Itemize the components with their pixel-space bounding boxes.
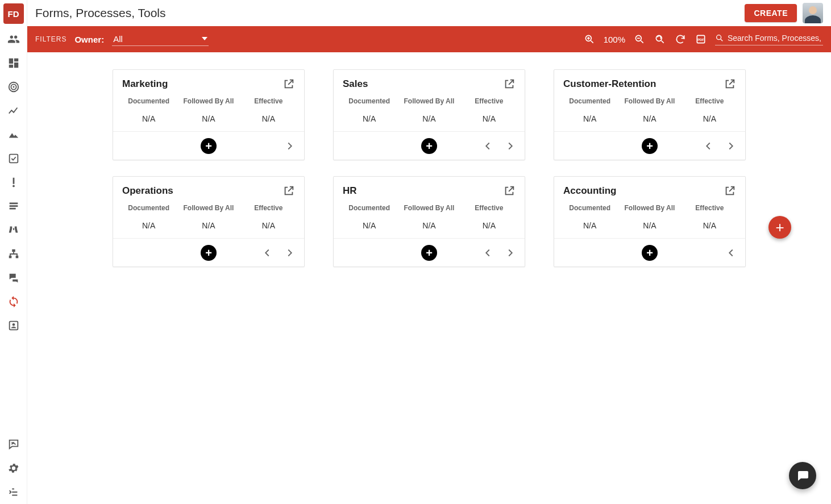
arrow-right-icon: [284, 140, 296, 152]
open-card-button[interactable]: [282, 78, 295, 90]
card-prev-button[interactable]: [481, 140, 494, 152]
mountain-icon: [7, 128, 20, 141]
user-avatar[interactable]: [803, 3, 823, 23]
rail-item-mountain[interactable]: [3, 124, 24, 145]
card-title: Operations: [122, 185, 173, 197]
card-metrics: DocumentedN/AFollowed By AllN/AEffective…: [334, 204, 525, 238]
card: Customer-RetentionDocumentedN/AFollowed …: [554, 69, 746, 160]
rail-item-people[interactable]: [3, 29, 24, 49]
card-title: Marketing: [122, 78, 168, 90]
chat-launcher[interactable]: [789, 462, 816, 489]
rail-item-sync[interactable]: [3, 291, 24, 312]
zoom-in-button[interactable]: [583, 33, 596, 45]
metric-value-followed: N/A: [178, 221, 238, 230]
zoom-out-button[interactable]: [633, 33, 646, 45]
page-title: Forms, Processes, Tools: [35, 6, 166, 20]
metric-value-documented: N/A: [119, 114, 178, 123]
rail-item-contacts[interactable]: [3, 315, 24, 336]
rail-item-orgchart[interactable]: [3, 244, 24, 264]
open-card-button[interactable]: [724, 185, 736, 197]
card: OperationsDocumentedN/AFollowed By AllN/…: [113, 176, 305, 267]
app-logo[interactable]: FD: [3, 3, 24, 24]
metric-value-documented: N/A: [560, 114, 620, 123]
search-field[interactable]: [715, 33, 823, 45]
refresh-button[interactable]: [674, 33, 687, 45]
create-button[interactable]: CREATE: [745, 4, 797, 22]
card-title: HR: [343, 185, 357, 197]
search-input[interactable]: [728, 34, 823, 43]
open-card-button[interactable]: [724, 78, 736, 90]
qa-icon: [7, 272, 20, 284]
card-title: Accounting: [563, 185, 617, 197]
metric-label-followed: Followed By All: [178, 97, 238, 105]
card-prev-button[interactable]: [261, 247, 273, 259]
zoom-reset-button[interactable]: [654, 33, 666, 45]
open-card-button[interactable]: [503, 78, 516, 90]
svg-rect-6: [12, 249, 15, 252]
metric-label-followed: Followed By All: [178, 204, 238, 212]
rail-item-settings[interactable]: [3, 458, 24, 478]
card-add-button[interactable]: +: [201, 245, 217, 261]
rail-item-target[interactable]: [3, 77, 24, 97]
card-next-button[interactable]: [284, 247, 296, 259]
contacts-icon: [7, 319, 20, 332]
rail-item-feedback[interactable]: [3, 434, 24, 455]
rail-item-checkbox[interactable]: [3, 148, 24, 169]
card-add-button[interactable]: +: [642, 245, 658, 261]
card-add-button[interactable]: +: [421, 245, 437, 261]
open-in-new-icon: [724, 185, 736, 197]
open-card-button[interactable]: [503, 185, 516, 197]
rail-item-priority[interactable]: [3, 172, 24, 193]
card-add-button[interactable]: +: [201, 138, 217, 154]
filters-label: FILTERS: [35, 35, 67, 43]
card-add-button[interactable]: +: [421, 138, 437, 154]
rail-item-collapse[interactable]: [3, 482, 24, 502]
card-next-button[interactable]: [725, 140, 737, 152]
open-card-button[interactable]: [282, 185, 295, 197]
rail-item-binoculars[interactable]: [3, 220, 24, 240]
metric-value-effective: N/A: [459, 221, 519, 230]
metric-value-effective: N/A: [239, 221, 298, 230]
fab-add-button[interactable]: +: [768, 216, 791, 239]
metric-label-effective: Effective: [239, 97, 298, 105]
rail-item-list[interactable]: [3, 196, 24, 216]
arrow-right-icon: [725, 140, 737, 152]
card-metrics: DocumentedN/AFollowed By AllN/AEffective…: [554, 97, 745, 131]
metric-label-followed: Followed By All: [620, 97, 679, 105]
card-next-button[interactable]: [504, 247, 517, 259]
metric-label-followed: Followed By All: [399, 204, 459, 212]
card-next-button[interactable]: [284, 140, 296, 152]
arrow-left-icon: [725, 247, 737, 259]
metric-label-documented: Documented: [119, 204, 178, 212]
metric-value-documented: N/A: [560, 221, 620, 230]
card-prev-button[interactable]: [481, 247, 494, 259]
card-prev-button[interactable]: [702, 140, 714, 152]
people-icon: [7, 33, 20, 45]
svg-point-22: [717, 35, 721, 40]
card-add-button[interactable]: +: [642, 138, 658, 154]
zoom-level: 100%: [604, 35, 625, 44]
feedback-icon: [7, 438, 20, 451]
card-next-button[interactable]: [504, 140, 517, 152]
card-metrics: DocumentedN/AFollowed By AllN/AEffective…: [334, 97, 525, 131]
metric-value-documented: N/A: [339, 114, 399, 123]
rail-item-dashboard[interactable]: [3, 53, 24, 73]
svg-line-23: [721, 39, 722, 41]
arrow-left-icon: [261, 247, 273, 259]
metric-label-followed: Followed By All: [399, 97, 459, 105]
card-prev-button[interactable]: [725, 247, 737, 259]
open-in-new-icon: [503, 185, 516, 197]
svg-line-19: [662, 41, 664, 43]
export-pdf-button[interactable]: PDF: [695, 33, 707, 45]
sync-icon: [7, 295, 20, 308]
metric-value-effective: N/A: [680, 221, 739, 230]
metric-label-documented: Documented: [560, 97, 620, 105]
arrow-right-icon: [284, 247, 296, 259]
svg-point-10: [12, 323, 15, 326]
arrow-left-icon: [481, 140, 494, 152]
target-icon: [7, 81, 20, 93]
rail-item-chart[interactable]: [3, 101, 24, 121]
zoom-in-icon: [584, 34, 595, 45]
rail-item-qa[interactable]: [3, 268, 24, 288]
owner-select[interactable]: All: [112, 33, 209, 46]
